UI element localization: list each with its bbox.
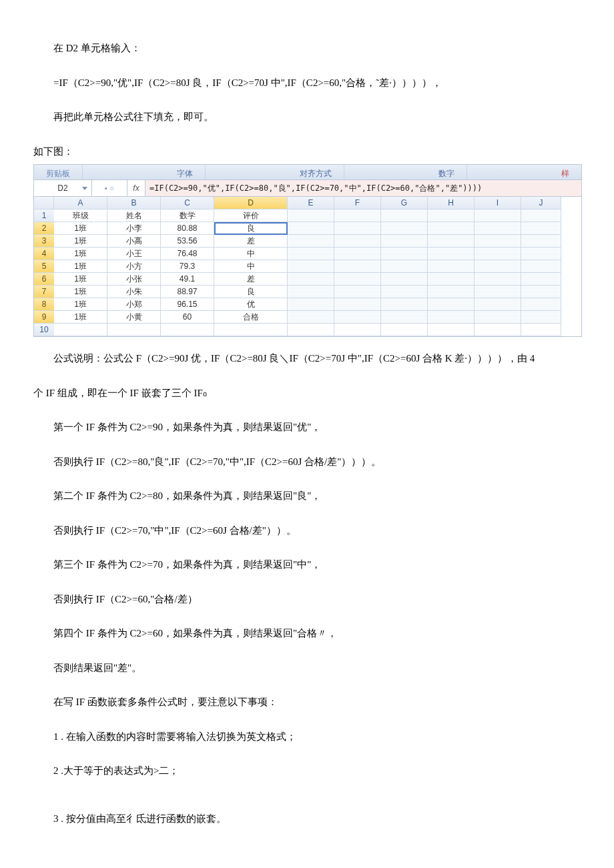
cell[interactable] bbox=[381, 311, 428, 324]
cell[interactable]: 79.3 bbox=[161, 260, 214, 273]
cell[interactable] bbox=[334, 235, 381, 248]
cell[interactable] bbox=[475, 324, 521, 336]
cell[interactable] bbox=[381, 260, 428, 273]
cell[interactable] bbox=[381, 248, 428, 260]
cell[interactable] bbox=[288, 235, 334, 248]
cell[interactable] bbox=[334, 324, 381, 336]
cell[interactable] bbox=[288, 311, 334, 324]
cell[interactable]: 小李 bbox=[107, 222, 161, 235]
formula-bar[interactable]: =IF(C2>=90,"优",IF(C2>=80,"良",IF(C2>=70,"… bbox=[145, 180, 581, 196]
row-header[interactable]: 3 bbox=[34, 235, 55, 248]
cell[interactable] bbox=[288, 209, 334, 222]
cell[interactable]: 1班 bbox=[54, 260, 107, 273]
cell[interactable]: 76.48 bbox=[161, 248, 214, 260]
cell[interactable] bbox=[428, 209, 475, 222]
cell[interactable]: 小方 bbox=[107, 260, 161, 273]
cell[interactable] bbox=[381, 222, 428, 235]
column-header[interactable]: C bbox=[161, 197, 214, 209]
cell[interactable]: 80.88 bbox=[161, 222, 214, 235]
column-header[interactable]: F bbox=[334, 197, 381, 209]
cell[interactable] bbox=[288, 222, 334, 235]
cell[interactable] bbox=[334, 260, 381, 273]
row-header[interactable]: 7 bbox=[34, 286, 55, 298]
cell[interactable]: 小郑 bbox=[107, 298, 161, 311]
row-header[interactable]: 2 bbox=[34, 222, 55, 235]
row-header[interactable]: 5 bbox=[34, 260, 55, 273]
cell[interactable] bbox=[334, 286, 381, 298]
column-header[interactable]: J bbox=[521, 197, 561, 209]
cell[interactable]: 小黄 bbox=[107, 311, 161, 324]
cell[interactable]: 小王 bbox=[107, 248, 161, 260]
cell[interactable] bbox=[521, 298, 561, 311]
cell[interactable]: 1班 bbox=[54, 222, 107, 235]
cell[interactable] bbox=[288, 260, 334, 273]
cell[interactable]: 1班 bbox=[54, 273, 107, 286]
cell[interactable] bbox=[161, 324, 214, 336]
cell[interactable] bbox=[54, 324, 107, 336]
cell[interactable] bbox=[214, 324, 288, 336]
cell[interactable]: 88.97 bbox=[161, 286, 214, 298]
cell[interactable] bbox=[288, 298, 334, 311]
cell[interactable]: 姓名 bbox=[107, 209, 161, 222]
cell[interactable] bbox=[475, 298, 521, 311]
cell[interactable] bbox=[288, 324, 334, 336]
cell[interactable]: 优 bbox=[214, 298, 288, 311]
column-header[interactable]: A bbox=[54, 197, 107, 209]
cell[interactable] bbox=[381, 273, 428, 286]
column-header[interactable]: I bbox=[475, 197, 521, 209]
cell[interactable] bbox=[381, 298, 428, 311]
cell[interactable] bbox=[521, 260, 561, 273]
cell[interactable]: 1班 bbox=[54, 298, 107, 311]
cell[interactable] bbox=[475, 235, 521, 248]
column-header[interactable]: H bbox=[428, 197, 475, 209]
row-header[interactable]: 1 bbox=[34, 209, 55, 222]
cell[interactable] bbox=[428, 298, 475, 311]
fx-controls[interactable]: • ○ bbox=[92, 180, 127, 196]
ribbon-tab-number[interactable]: 数字 bbox=[426, 165, 467, 179]
cell[interactable] bbox=[334, 273, 381, 286]
cell[interactable]: 差 bbox=[214, 273, 288, 286]
cell[interactable]: 1班 bbox=[54, 311, 107, 324]
cell[interactable]: 小朱 bbox=[107, 286, 161, 298]
cell[interactable] bbox=[428, 324, 475, 336]
cell[interactable]: 中 bbox=[214, 260, 288, 273]
cell[interactable] bbox=[521, 209, 561, 222]
cell[interactable] bbox=[475, 286, 521, 298]
cell[interactable] bbox=[475, 311, 521, 324]
ribbon-tab-align[interactable]: 对齐方式 bbox=[288, 165, 344, 179]
cell[interactable] bbox=[475, 260, 521, 273]
cell[interactable]: 1班 bbox=[54, 235, 107, 248]
cell[interactable] bbox=[475, 273, 521, 286]
cell[interactable]: 良 bbox=[214, 286, 288, 298]
cell[interactable] bbox=[521, 222, 561, 235]
cell[interactable] bbox=[381, 324, 428, 336]
cell[interactable] bbox=[428, 248, 475, 260]
cell[interactable] bbox=[521, 311, 561, 324]
cell[interactable] bbox=[428, 235, 475, 248]
cell[interactable]: 53.56 bbox=[161, 235, 214, 248]
cell[interactable] bbox=[475, 222, 521, 235]
cell[interactable] bbox=[334, 311, 381, 324]
cell[interactable] bbox=[428, 273, 475, 286]
cell[interactable] bbox=[521, 235, 561, 248]
name-box[interactable]: D2 bbox=[34, 180, 92, 196]
cell[interactable]: 班级 bbox=[54, 209, 107, 222]
select-all-corner[interactable] bbox=[34, 197, 54, 209]
ribbon-tab-clipboard[interactable]: 剪贴板 bbox=[34, 165, 83, 179]
ribbon-tab-font[interactable]: 字体 bbox=[165, 165, 206, 179]
cell[interactable]: 小高 bbox=[107, 235, 161, 248]
cell[interactable]: 1班 bbox=[54, 286, 107, 298]
cell[interactable]: 中 bbox=[214, 248, 288, 260]
column-header[interactable]: D bbox=[214, 197, 288, 209]
cell[interactable] bbox=[334, 222, 381, 235]
cell[interactable] bbox=[428, 222, 475, 235]
cell[interactable]: 49.1 bbox=[161, 273, 214, 286]
cell[interactable]: 1班 bbox=[54, 248, 107, 260]
cell[interactable]: 小张 bbox=[107, 273, 161, 286]
cell[interactable] bbox=[334, 248, 381, 260]
cell[interactable]: 良 bbox=[214, 222, 288, 235]
cell[interactable] bbox=[381, 286, 428, 298]
row-header[interactable]: 9 bbox=[34, 311, 55, 324]
cell[interactable] bbox=[288, 286, 334, 298]
cell[interactable] bbox=[107, 324, 161, 336]
